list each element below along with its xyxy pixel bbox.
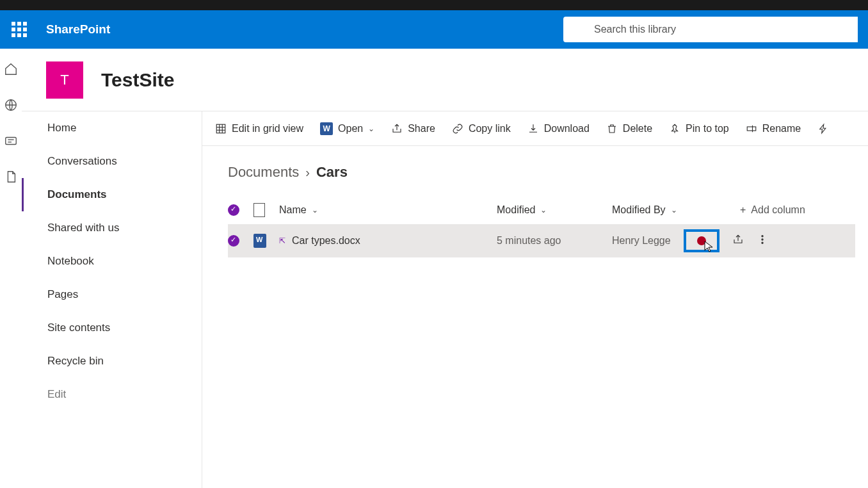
chevron-down-icon: ⌄ bbox=[671, 206, 677, 215]
chevron-down-icon: ⌄ bbox=[540, 206, 547, 215]
column-modified-by[interactable]: Modified By⌄ bbox=[612, 204, 740, 216]
breadcrumb-parent[interactable]: Documents bbox=[228, 164, 299, 181]
column-name[interactable]: Name⌄ bbox=[279, 204, 497, 216]
brand-label[interactable]: SharePoint bbox=[46, 22, 110, 37]
row-share-button[interactable] bbox=[732, 234, 744, 248]
delete-label: Delete bbox=[623, 123, 652, 134]
word-doc-icon bbox=[253, 234, 266, 248]
copy-link-button[interactable]: Copy link bbox=[452, 123, 511, 134]
add-column-button[interactable]: +Add column bbox=[740, 204, 855, 216]
file-grid: Name⌄ Modified⌄ Modified By⌄ +Add column… bbox=[202, 196, 868, 257]
rename-icon bbox=[746, 123, 757, 134]
left-nav: Home Conversations Documents Shared with… bbox=[22, 111, 202, 488]
files-icon[interactable] bbox=[3, 169, 19, 184]
pin-button[interactable]: Pin to top bbox=[669, 123, 729, 134]
download-label: Download bbox=[544, 123, 590, 134]
home-icon[interactable] bbox=[3, 61, 19, 77]
nav-recycle-bin[interactable]: Recycle bin bbox=[22, 345, 202, 378]
news-icon[interactable] bbox=[3, 133, 19, 149]
download-button[interactable]: Download bbox=[527, 123, 590, 134]
svg-point-13 bbox=[762, 236, 763, 237]
file-row[interactable]: ⇱ Car types.docx 5 minutes ago Henry Leg… bbox=[228, 224, 855, 257]
tutorial-highlight bbox=[684, 229, 719, 252]
row-hover-actions bbox=[684, 229, 768, 252]
app-rail bbox=[0, 49, 22, 488]
select-all-checkbox[interactable] bbox=[228, 204, 239, 216]
browser-address-bar bbox=[0, 0, 868, 10]
grid-header: Name⌄ Modified⌄ Modified By⌄ +Add column bbox=[228, 196, 855, 224]
app-launcher-icon[interactable] bbox=[10, 20, 28, 38]
trash-icon bbox=[606, 123, 618, 134]
edit-grid-button[interactable]: Edit in grid view bbox=[215, 123, 303, 134]
pin-label: Pin to top bbox=[686, 123, 729, 134]
open-button[interactable]: W Open ⌄ bbox=[320, 122, 374, 135]
command-bar: Edit in grid view W Open ⌄ Share Copy li… bbox=[202, 111, 868, 146]
open-label: Open bbox=[338, 123, 363, 134]
site-logo[interactable]: T bbox=[46, 61, 83, 99]
svg-rect-6 bbox=[216, 124, 225, 133]
word-icon: W bbox=[320, 122, 333, 135]
edit-grid-label: Edit in grid view bbox=[232, 123, 303, 134]
content-area: Edit in grid view W Open ⌄ Share Copy li… bbox=[202, 111, 868, 488]
file-type-icon bbox=[253, 203, 265, 217]
svg-point-15 bbox=[762, 242, 763, 243]
svg-rect-3 bbox=[6, 138, 17, 145]
plus-icon: + bbox=[740, 204, 746, 216]
search-input[interactable] bbox=[594, 24, 849, 35]
download-icon bbox=[527, 123, 539, 134]
nav-notebook[interactable]: Notebook bbox=[22, 245, 202, 278]
rename-label: Rename bbox=[762, 123, 801, 134]
column-modified[interactable]: Modified⌄ bbox=[497, 204, 612, 216]
site-title[interactable]: TestSite bbox=[101, 69, 174, 91]
nav-site-contents[interactable]: Site contents bbox=[22, 311, 202, 345]
row-checkbox[interactable] bbox=[228, 235, 239, 247]
rename-button[interactable]: Rename bbox=[746, 123, 801, 134]
grid-icon bbox=[215, 123, 227, 134]
nav-conversations[interactable]: Conversations bbox=[22, 145, 202, 178]
svg-line-1 bbox=[581, 31, 584, 35]
automate-button[interactable] bbox=[817, 123, 829, 134]
breadcrumb: Documents › Cars bbox=[202, 146, 868, 196]
nav-pages[interactable]: Pages bbox=[22, 278, 202, 311]
cursor-icon bbox=[704, 241, 714, 254]
nav-shared[interactable]: Shared with us bbox=[22, 211, 202, 245]
share-label: Share bbox=[408, 123, 435, 134]
flow-icon bbox=[817, 123, 829, 134]
nav-documents[interactable]: Documents bbox=[22, 178, 202, 211]
site-header: T TestSite bbox=[22, 49, 868, 111]
globe-icon[interactable] bbox=[3, 97, 19, 113]
svg-point-0 bbox=[574, 25, 582, 33]
svg-rect-11 bbox=[747, 127, 756, 131]
search-box[interactable] bbox=[563, 17, 858, 42]
share-icon bbox=[391, 123, 403, 134]
suite-header: SharePoint bbox=[0, 10, 868, 49]
row-more-button[interactable] bbox=[757, 234, 768, 248]
copy-link-label: Copy link bbox=[469, 123, 511, 134]
new-indicator-icon: ⇱ bbox=[279, 236, 285, 245]
share-button[interactable]: Share bbox=[391, 123, 435, 134]
nav-edit[interactable]: Edit bbox=[22, 378, 202, 411]
link-icon bbox=[452, 123, 463, 134]
chevron-right-icon: › bbox=[305, 165, 310, 180]
nav-home[interactable]: Home bbox=[22, 111, 202, 145]
chevron-down-icon: ⌄ bbox=[368, 124, 374, 133]
pin-icon bbox=[669, 123, 680, 134]
svg-point-14 bbox=[762, 239, 763, 240]
delete-button[interactable]: Delete bbox=[606, 123, 652, 134]
modified-cell: 5 minutes ago bbox=[497, 235, 612, 247]
search-icon bbox=[572, 23, 585, 36]
chevron-down-icon: ⌄ bbox=[312, 206, 318, 215]
breadcrumb-current: Cars bbox=[316, 164, 348, 181]
file-name[interactable]: Car types.docx bbox=[292, 235, 360, 247]
